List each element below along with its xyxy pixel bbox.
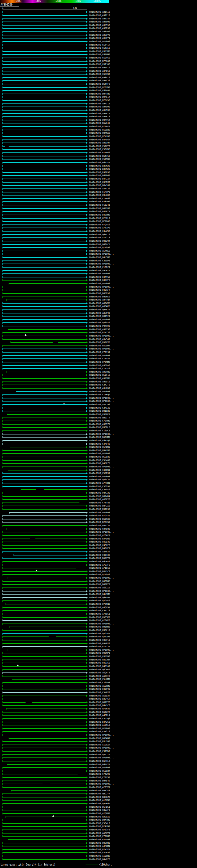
hit-bar[interactable] [2,208,86,209]
hit-row[interactable]: UniRef100_A9UZ69 [0,387,197,390]
hit-bar[interactable] [2,434,86,434]
hit-label[interactable]: UniRef100_B6DD52 [89,292,110,295]
hit-bar[interactable] [2,610,86,611]
hit-row[interactable]: UniRef100_Q4ATG6 [0,275,197,279]
hit-label[interactable]: UniRef100_C7Z1S1 [89,351,110,354]
hit-row[interactable]: UniRef100_C5Z5W5 [0,158,197,161]
hit-bar[interactable] [2,797,86,798]
hit-label[interactable]: UniRef100_B9ZNE2 [89,295,110,298]
hit-label[interactable]: UniRef100_Q6CNR9 [89,668,110,671]
hit-label[interactable]: UniRef100_B6T762 [89,154,110,158]
hit-bar[interactable] [2,728,86,729]
hit-row[interactable]: UniRef100_UP1000... [0,432,197,436]
hit-label[interactable]: UniRef100_B6ZZ23 [89,710,110,714]
hit-bar[interactable] [2,130,86,130]
hit-row[interactable]: UniRef100_B4FL64 [0,138,197,141]
hit-row[interactable]: UniRef100_C6SY65 [0,56,197,60]
hit-label[interactable]: UniRef100_UP1000... [89,347,114,351]
hit-row[interactable]: UniRef100_Q76MM2 [0,361,197,364]
hit-label[interactable]: UniRef100_A7T2T3 [89,236,110,240]
hit-bar[interactable] [2,182,86,183]
hit-bar[interactable] [2,581,86,582]
hit-bar[interactable] [2,761,86,762]
hit-bar[interactable] [2,19,86,19]
hit-row[interactable]: UniRef100_Q9LUQ6 [0,194,197,197]
hit-row[interactable]: UniRef100_C6TA07 [0,89,197,92]
hit-bar[interactable] [2,849,86,850]
hit-label[interactable]: UniRef100_A9T000 [89,20,110,24]
hit-label[interactable]: UniRef100_Q4CAF7 [89,288,110,292]
hit-label[interactable]: UniRef100_C5P4L2 [89,822,110,825]
hit-row[interactable]: UniRef100_A9TI12 [0,14,197,17]
hit-bar[interactable] [2,81,86,81]
hit-bar[interactable] [2,505,86,506]
hit-label[interactable]: UniRef100_UP1000... [89,622,114,626]
hit-label[interactable]: UniRef100_Q96294 [89,240,110,243]
hit-row[interactable]: UniRef100_UP1000... [0,465,197,469]
hit-bar[interactable] [7,578,87,578]
hit-bar[interactable] [7,414,87,415]
hit-label[interactable]: UniRef100_Q5B5K9 [89,616,110,619]
hit-bar[interactable] [2,192,86,192]
hit-bar[interactable] [2,378,86,379]
hit-label[interactable]: UniRef100_P05734 [89,524,110,527]
hit-row[interactable]: UniRef100_B7FH56 [0,99,197,102]
hit-label[interactable]: UniRef100_B4XZC3 [89,720,110,723]
hit-label[interactable]: UniRef100_A9S556 [89,23,110,27]
hit-bar[interactable] [9,627,87,627]
hit-bar[interactable] [2,826,86,827]
hit-bar[interactable] [2,35,86,35]
hit-row[interactable]: UniRef100_C39105 [0,553,197,557]
hit-label[interactable]: UniRef100_Q4Y1C6 [89,704,110,707]
hit-label[interactable]: UniRef100_A9RDS2 [89,27,110,30]
hit-bar[interactable] [2,509,86,509]
hit-bar[interactable] [2,224,86,225]
hit-label[interactable]: UniRef100_C3KIZ9 [89,406,110,409]
hit-bar[interactable] [2,689,86,689]
hit-row[interactable]: UniRef100_P49693 [0,171,197,174]
hit-label[interactable]: UniRef100_A7T1P0 [89,226,110,230]
hit-label[interactable]: UniRef100_B6VC49 [89,122,110,125]
hit-bar[interactable] [2,643,86,644]
hit-bar[interactable] [2,123,86,123]
hit-row[interactable]: UniRef100_C1FE66 [0,197,197,200]
hit-label[interactable]: UniRef100_C1BFC1 [89,266,110,269]
hit-row[interactable]: UniRef100_A9NU99 [0,105,197,109]
hit-label[interactable]: UniRef100_C0NEQ3 [89,527,110,530]
hit-row[interactable]: UniRef100_A1DGA7 [0,743,197,747]
hit-label[interactable]: UniRef100_A8N022 [89,550,110,554]
hit-row[interactable]: UniRef100_Q6FYW5 [0,596,197,599]
hit-label[interactable]: UniRef100_B6T1F1 [89,161,110,164]
hit-row[interactable]: UniRef100_B5DDD4 [0,344,197,348]
hit-bar[interactable] [2,185,86,186]
hit-label[interactable]: UniRef100_Q42F99 [89,688,110,691]
hit-row[interactable]: UniRef100_C3ZQP8 [0,259,197,262]
hit-bar[interactable] [2,103,86,104]
hit-bar[interactable] [2,483,86,484]
hit-label[interactable]: UniRef100_B0Y2F8 [89,789,110,792]
hit-row[interactable]: UniRef100_Q42D39 [0,540,197,544]
hit-bar[interactable] [2,741,86,742]
hit-row[interactable]: UniRef100_Q9V1T7 [0,416,197,420]
hit-bar[interactable] [2,120,86,120]
hit-row[interactable]: UniRef100_B6T068 [0,174,197,177]
hit-label[interactable]: UniRef100_Q5AR64 [89,802,110,805]
hit-row[interactable]: UniRef100_UP1000... [0,252,197,256]
hit-row[interactable]: UniRef100_Q8W101 [0,184,197,187]
hit-bar[interactable] [2,662,86,663]
hit-row[interactable]: UniRef100_B4PBY4 [0,210,197,213]
hit-bar[interactable] [7,764,87,765]
hit-row[interactable]: UniRef100_Q4D167 [0,665,197,668]
hit-label[interactable]: UniRef100_Q4GVF8 [89,279,110,282]
hit-bar[interactable] [2,22,86,22]
hit-row[interactable]: UniRef100_Q42169 [0,661,197,665]
hit-row[interactable]: UniRef100_B2VVD3 [0,838,197,841]
hit-bar[interactable] [2,146,86,147]
hit-bar[interactable] [2,156,86,156]
hit-label[interactable]: UniRef100_Q6FYW5 [89,596,110,599]
hit-label[interactable]: UniRef100_Q755N9 [89,602,110,606]
hit-bar[interactable] [2,476,86,477]
hit-bar[interactable] [2,545,86,546]
hit-bar[interactable] [2,823,86,824]
hit-row[interactable]: UniRef100_P05734 [0,524,197,527]
